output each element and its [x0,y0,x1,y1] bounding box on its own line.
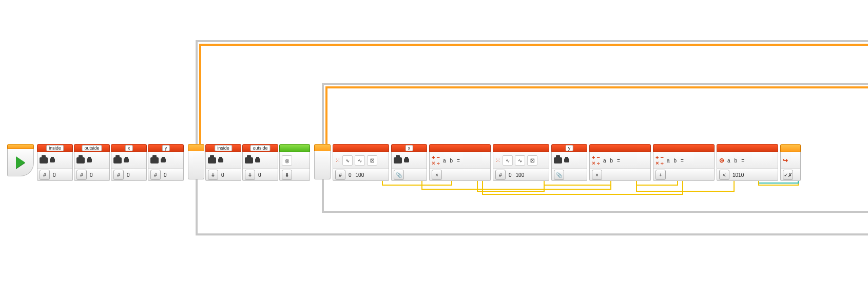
compare-icon: ⊜ [719,157,724,163]
op-button[interactable]: + [655,170,666,180]
compare-block[interactable]: ⊜ a b = < 1010 [717,144,778,181]
suitcase-icon [255,158,260,162]
suitcase-icon [50,158,55,162]
suitcase-icon [40,157,48,163]
operand-label: b [449,158,454,163]
math-add[interactable]: + −× ÷ a b = + [653,144,715,181]
dice-icon: ⚄ [367,155,377,166]
wave-icon: ∿ [355,155,365,166]
ev3-program-canvas: inside #0 outside #0 x #0 y #0 inside #0… [0,0,868,291]
suitcase-icon [76,157,85,163]
var-value[interactable]: 0 [89,172,94,178]
var-name-label: outside [250,145,270,151]
var-value[interactable]: 0 [220,172,225,178]
mode-button[interactable]: ✓✗ [783,170,793,180]
switch-icon: ↪ [783,157,788,163]
operand-label: a [666,158,671,163]
operand-label: = [456,158,461,163]
var-read-x[interactable]: x 📎 [391,144,427,181]
var-name-label: inside [46,145,64,151]
mode-button[interactable]: # [40,170,50,180]
mode-button[interactable]: # [495,170,506,180]
var-value[interactable]: 0 [52,172,57,178]
dice-icon: ⁙ [495,157,500,163]
suitcase-icon [404,158,409,162]
math-ops-icon: + −× ÷ [655,155,664,166]
wave-icon: ∿ [342,155,353,166]
mode-button[interactable]: # [245,170,255,180]
random-lower[interactable]: 0 [508,172,513,178]
mode-button[interactable]: 📎 [554,170,564,180]
random-block-1[interactable]: ⁙ ∿ ∿ ⚄ # 0 100 [333,144,389,181]
var-value[interactable]: 0 [126,172,131,178]
mode-button[interactable]: # [113,170,124,180]
var-write-outside[interactable]: outside #0 [74,144,110,181]
suitcase-icon [394,157,402,163]
display-block[interactable]: ◎ ⬇ [279,144,310,181]
var-read-y[interactable]: y 📎 [551,144,587,181]
suitcase-icon [218,158,223,162]
var-name-label: inside [215,145,232,151]
var-write-inside[interactable]: inside #0 [37,144,73,181]
compare-value[interactable]: 1010 [731,172,745,178]
random-upper[interactable]: 100 [515,172,526,178]
math-multiply-1[interactable]: + −× ÷ a b = × [429,144,491,181]
mode-button[interactable]: # [150,170,161,180]
suitcase-icon [124,158,129,162]
operand-label: a [442,158,447,163]
mode-button[interactable]: ⬇ [282,170,292,180]
suitcase-icon [245,157,253,163]
suitcase-icon [87,158,92,162]
operand-label: a [726,158,731,163]
mode-button[interactable]: # [335,170,345,180]
operand-label: = [740,158,745,163]
operand-label: a [602,158,607,163]
operand-label: = [616,158,621,163]
var-name-label: y [162,145,170,151]
start-block[interactable] [7,144,34,175]
suitcase-icon [554,157,562,163]
operand-label: = [680,158,685,163]
var-write-x[interactable]: x #0 [111,144,147,181]
dice-icon: ⁙ [335,157,340,163]
suitcase-icon [161,158,166,162]
var-name-label: y [566,145,573,151]
suitcase-icon [150,157,159,163]
op-button[interactable]: × [592,170,602,180]
var-write-inside-2[interactable]: inside #0 [205,144,241,181]
target-icon: ◎ [282,155,292,166]
math-ops-icon: + −× ÷ [592,155,600,166]
dice-icon: ⚄ [527,155,537,166]
suitcase-icon [208,157,216,163]
math-multiply-2[interactable]: + −× ÷ a b = × [589,144,651,181]
suitcase-icon [113,157,122,163]
wave-icon: ∿ [515,155,525,166]
operand-label: b [672,158,678,163]
var-name-label: x [125,145,133,151]
suitcase-icon [564,158,569,162]
var-value[interactable]: 0 [163,172,168,178]
var-name-label: outside [82,145,102,151]
random-lower[interactable]: 0 [348,172,353,178]
op-button[interactable]: < [719,170,729,180]
op-button[interactable]: × [432,170,442,180]
operand-label: b [734,158,739,163]
wave-icon: ∿ [503,155,513,166]
var-value[interactable]: 0 [257,172,262,178]
random-block-2[interactable]: ⁙ ∿ ∿ ⚄ # 0 100 [493,144,549,181]
random-upper[interactable]: 100 [355,172,365,178]
mode-button[interactable]: 📎 [394,170,404,180]
mode-button[interactable]: # [76,170,87,180]
var-write-outside-2[interactable]: outside #0 [242,144,278,181]
var-name-label: x [406,145,413,151]
play-icon [16,156,25,169]
mode-button[interactable]: # [208,170,218,180]
switch-block[interactable]: ↪ ✓✗ [780,144,801,181]
var-write-y[interactable]: y #0 [148,144,184,181]
math-ops-icon: + −× ÷ [432,155,440,166]
operand-label: b [609,158,614,163]
